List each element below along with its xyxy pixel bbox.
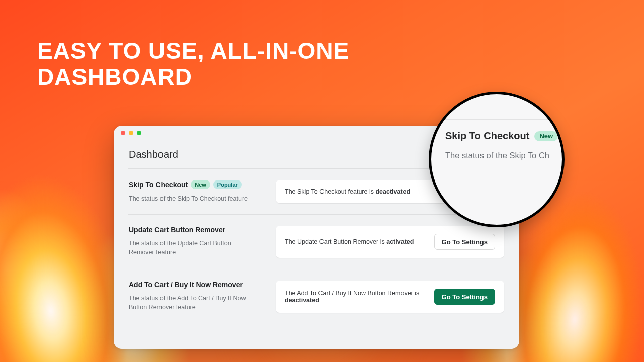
feature-subtitle: The status of the Add To Cart / Buy It N… xyxy=(129,294,255,312)
status-prefix: The Skip To Checkout feature is xyxy=(285,188,375,195)
feature-status-text: The Skip To Checkout feature is deactiva… xyxy=(285,188,410,195)
promo-stage: EASY TO USE, ALL-IN-ONE DASHBOARD Dashbo… xyxy=(0,0,644,362)
window-minimize-icon[interactable] xyxy=(129,131,133,135)
status-prefix: The Update Cart Button Remover is xyxy=(285,238,386,245)
feature-row-update-cart-remover: Update Cart Button Remover The status of… xyxy=(128,214,505,269)
window-maximize-icon[interactable] xyxy=(137,131,141,135)
feature-title: Skip To Checkout New Popular xyxy=(129,180,265,189)
feature-info: Skip To Checkout New Popular The status … xyxy=(129,180,265,203)
zoom-feature-title: Skip To Checkout New xyxy=(445,130,562,142)
feature-status-text: The Update Cart Button Remover is activa… xyxy=(285,238,414,245)
feature-info: Add To Cart / Buy It Now Remover The sta… xyxy=(129,281,265,312)
zoom-lens-content: d Skip To Checkout New The status of the… xyxy=(431,94,562,225)
zoom-feature-title-text: Skip To Checkout xyxy=(445,130,529,142)
feature-subtitle: The status of the Skip To Checkout featu… xyxy=(129,194,255,203)
status-word: deactivated xyxy=(375,188,410,195)
feature-subtitle: The status of the Update Cart Button Rem… xyxy=(129,239,255,257)
zoom-title-fragment: d xyxy=(544,97,550,110)
feature-status-card: The Update Cart Button Remover is activa… xyxy=(276,226,504,258)
feature-title: Update Cart Button Remover xyxy=(129,226,265,234)
status-word: deactivated xyxy=(285,297,319,304)
status-prefix: The Add To Cart / Buy It Now Button Remo… xyxy=(285,290,419,297)
status-word: activated xyxy=(386,238,414,245)
window-close-icon[interactable] xyxy=(121,131,125,135)
feature-title: Add To Cart / Buy It Now Remover xyxy=(129,281,265,289)
feature-title-text: Update Cart Button Remover xyxy=(129,226,225,234)
promo-headline: EASY TO USE, ALL-IN-ONE DASHBOARD xyxy=(37,38,478,90)
go-to-settings-button[interactable]: Go To Settings xyxy=(434,234,495,250)
go-to-settings-button[interactable]: Go To Settings xyxy=(434,289,495,305)
feature-title-text: Add To Cart / Buy It Now Remover xyxy=(129,281,243,289)
feature-title-text: Skip To Checkout xyxy=(129,180,188,189)
badge-popular: Popular xyxy=(213,180,242,189)
zoom-feature-subtitle: The status of the Skip To Ch xyxy=(445,151,562,160)
feature-row-add-to-cart-remover: Add To Cart / Buy It Now Remover The sta… xyxy=(128,269,505,324)
zoom-divider xyxy=(431,119,562,120)
badge-new: New xyxy=(534,131,558,141)
badge-new: New xyxy=(191,180,210,189)
feature-status-card: The Add To Cart / Buy It Now Button Remo… xyxy=(276,281,504,313)
zoom-lens: d Skip To Checkout New The status of the… xyxy=(429,92,565,227)
feature-status-text: The Add To Cart / Buy It Now Button Remo… xyxy=(285,290,426,304)
feature-info: Update Cart Button Remover The status of… xyxy=(129,226,265,257)
